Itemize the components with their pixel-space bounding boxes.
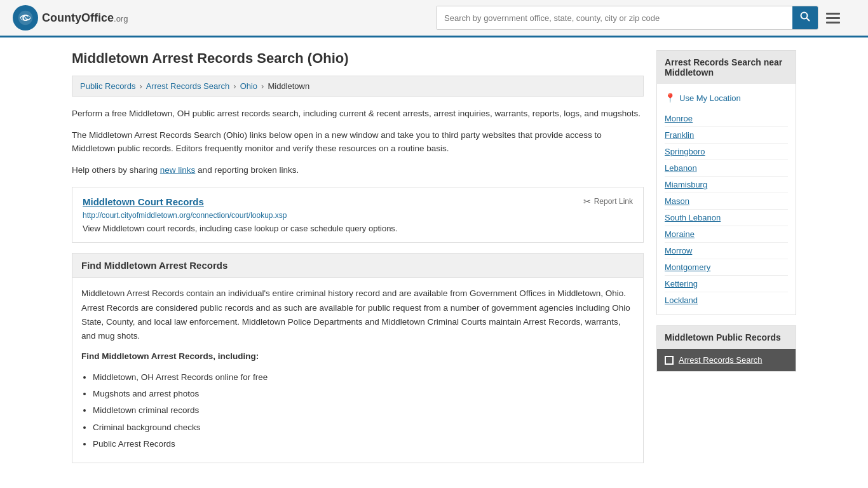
- nearby-link[interactable]: Lockland: [665, 292, 788, 308]
- main-container: Middletown Arrest Records Search (Ohio) …: [59, 37, 809, 476]
- intro-p3: Help others by sharing new links and rep…: [72, 163, 644, 177]
- menu-button[interactable]: [824, 10, 843, 26]
- nearby-link[interactable]: Lebanon: [665, 160, 788, 177]
- breadcrumb-current: Middletown: [268, 81, 309, 91]
- location-pin-icon: 📍: [665, 93, 675, 103]
- record-checkbox-icon: [665, 356, 674, 365]
- nearby-link[interactable]: Kettering: [665, 276, 788, 292]
- nearby-link[interactable]: South Lebanon: [665, 210, 788, 226]
- list-item: Mugshots and arrest photos: [93, 387, 634, 401]
- use-my-location-button[interactable]: 📍 Use My Location: [665, 90, 788, 105]
- intro-p3-suffix: and reporting broken links.: [195, 165, 299, 175]
- nearby-link-morrow[interactable]: Morrow: [665, 243, 788, 259]
- header: C CountyOffice.org: [0, 0, 868, 37]
- breadcrumb-public-records[interactable]: Public Records: [80, 81, 135, 91]
- public-records-arrest-item[interactable]: Arrest Records Search: [657, 349, 796, 371]
- find-section-p1: Middletown Arrest Records contain an ind…: [81, 287, 634, 343]
- svg-line-5: [807, 18, 810, 22]
- logo-area: C CountyOffice.org: [13, 5, 128, 30]
- link-card-header: Middletown Court Records ✂ Report Link: [83, 196, 633, 207]
- find-section-header: Find Middletown Arrest Records: [72, 254, 643, 278]
- svg-point-4: [801, 13, 808, 19]
- breadcrumb-sep-2: ›: [233, 81, 236, 91]
- logo-text: CountyOffice.org: [42, 11, 128, 25]
- search-button[interactable]: [792, 6, 818, 29]
- list-item: Middletown criminal records: [93, 403, 634, 417]
- search-input-wrap: [436, 6, 818, 30]
- search-area: [436, 6, 843, 30]
- nearby-link[interactable]: Mason: [665, 193, 788, 210]
- arrest-records-search-link[interactable]: Arrest Records Search: [679, 355, 763, 365]
- nearby-link[interactable]: Moraine: [665, 226, 788, 243]
- use-my-location-label: Use My Location: [679, 93, 741, 103]
- breadcrumb-sep-3: ›: [261, 81, 264, 91]
- nearby-links: Monroe Franklin Springboro Lebanon Miami…: [665, 111, 788, 308]
- find-section-body: Middletown Arrest Records contain an ind…: [72, 278, 643, 463]
- report-icon: ✂: [583, 196, 591, 207]
- page-title: Middletown Arrest Records Search (Ohio): [72, 50, 644, 67]
- link-url[interactable]: http://court.cityofmiddletown.org/connec…: [83, 211, 633, 220]
- breadcrumb-ohio[interactable]: Ohio: [240, 81, 257, 91]
- sidebar: Arrest Records Search near Middletown 📍 …: [656, 50, 796, 463]
- logo-icon: C: [13, 5, 38, 30]
- find-arrest-records-section: Find Middletown Arrest Records Middletow…: [72, 253, 644, 463]
- new-links-link[interactable]: new links: [160, 165, 196, 175]
- link-card: Middletown Court Records ✂ Report Link h…: [72, 187, 644, 243]
- report-link-button[interactable]: ✂ Report Link: [583, 196, 633, 207]
- intro-p3-prefix: Help others by sharing: [72, 165, 160, 175]
- nearby-link[interactable]: Montgomery: [665, 259, 788, 276]
- list-item: Public Arrest Records: [93, 437, 634, 451]
- list-item: Middletown, OH Arrest Records online for…: [93, 370, 634, 384]
- nearby-header: Arrest Records Search near Middletown: [657, 51, 796, 84]
- report-link-label: Report Link: [594, 197, 633, 206]
- list-item: Criminal background checks: [93, 421, 634, 435]
- breadcrumb-sep-1: ›: [139, 81, 142, 91]
- public-records-box: Middletown Public Records Arrest Records…: [656, 325, 796, 372]
- intro-p1: Perform a free Middletown, OH public arr…: [72, 107, 644, 121]
- breadcrumb: Public Records › Arrest Records Search ›…: [72, 76, 644, 97]
- find-section-list-header: Find Middletown Arrest Records, includin…: [81, 349, 634, 363]
- link-description: View Middletown court records, including…: [83, 224, 633, 233]
- nearby-link[interactable]: Monroe: [665, 111, 788, 127]
- intro-p2: The Middletown Arrest Records Search (Oh…: [72, 128, 644, 156]
- find-section-list: Middletown, OH Arrest Records online for…: [93, 370, 634, 451]
- search-input[interactable]: [437, 6, 792, 29]
- nearby-body: 📍 Use My Location Monroe Franklin Spring…: [657, 84, 796, 315]
- public-records-header: Middletown Public Records: [657, 326, 796, 349]
- breadcrumb-arrest-records[interactable]: Arrest Records Search: [146, 81, 230, 91]
- nearby-box: Arrest Records Search near Middletown 📍 …: [656, 50, 796, 315]
- content-area: Middletown Arrest Records Search (Ohio) …: [72, 50, 644, 463]
- nearby-link[interactable]: Miamisburg: [665, 177, 788, 193]
- nearby-link[interactable]: Springboro: [665, 144, 788, 160]
- link-card-title[interactable]: Middletown Court Records: [83, 196, 204, 207]
- nearby-link[interactable]: Franklin: [665, 127, 788, 144]
